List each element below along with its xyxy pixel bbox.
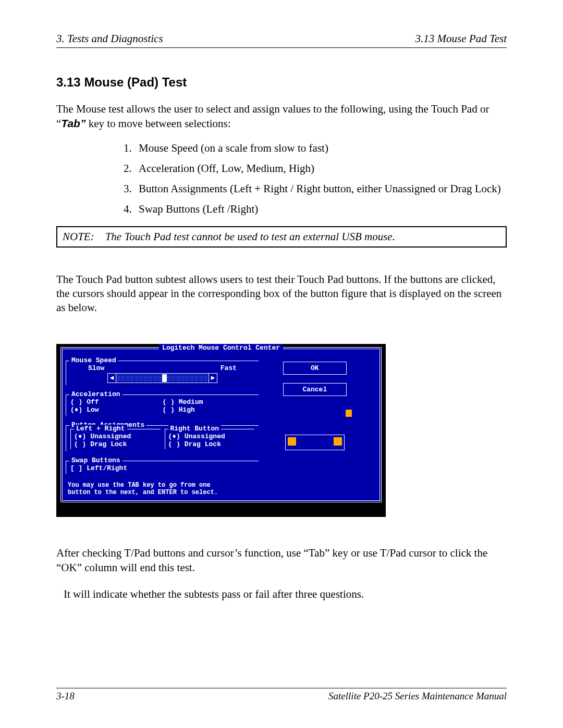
header-left: 3. Tests and Diagnostics: [56, 32, 163, 45]
mouse-right-button-icon[interactable]: [334, 437, 342, 446]
ba-left-draglock[interactable]: ( ) Drag Lock: [74, 440, 157, 448]
swap-checkbox[interactable]: [ ] Left/Right: [70, 464, 254, 472]
ba-left-sub: Left + Right (♦) Unassigned ( ) Drag Loc…: [70, 429, 161, 449]
page-header: 3. Tests and Diagnostics 3.13 Mouse Pad …: [56, 32, 507, 48]
footer-left: 3-18: [56, 690, 75, 702]
fast-label: Fast: [221, 364, 237, 372]
list-item: Mouse Speed (on a scale from slow to fas…: [134, 142, 507, 155]
section-title: 3.13 Mouse (Pad) Test: [56, 75, 507, 90]
mouse-left-button-icon[interactable]: [288, 437, 296, 446]
intro-part2: key to move between selections:: [85, 117, 230, 130]
cancel-button[interactable]: Cancel: [283, 383, 347, 396]
mouse-diagram: [285, 435, 345, 450]
mouse-speed-legend: Mouse Speed: [69, 356, 118, 364]
acceleration-legend: Acceleration: [69, 390, 123, 398]
slider-right-icon[interactable]: ►: [209, 374, 217, 382]
dos-screenshot: Logitech Mouse Control Center Mouse Spee…: [56, 344, 386, 517]
list-item: Button Assignments (Left + Right / Right…: [134, 182, 507, 195]
slow-label: Slow: [88, 364, 104, 372]
hint-text: You may use the TAB key to go from one b…: [68, 482, 256, 496]
footer-right: Satellite P20-25 Series Maintenance Manu…: [328, 690, 507, 702]
ba-right-unassigned[interactable]: (♦) Unassigned: [168, 433, 252, 440]
note-text: The Touch Pad test cannot be used to tes…: [105, 230, 395, 243]
list-item: Acceleration (Off, Low, Medium, High): [134, 162, 507, 175]
paragraph-3: After checking T/Pad buttons and cursor’…: [56, 546, 507, 575]
note-box: NOTE: The Touch Pad test cannot be used …: [56, 226, 507, 248]
slider-left-icon[interactable]: ◄: [108, 374, 117, 382]
list-item: Swap Buttons (Left /Right): [134, 203, 507, 216]
dos-right-column: OK Cancel: [263, 351, 367, 450]
ba-left-legend: Left + Right: [74, 425, 127, 433]
page-footer: 3-18 Satellite P20-25 Series Maintenance…: [56, 688, 507, 702]
intro-paragraph: The Mouse test allows the user to select…: [56, 102, 507, 131]
accel-medium[interactable]: ( ) Medium: [163, 398, 255, 406]
settings-list: Mouse Speed (on a scale from slow to fas…: [134, 142, 507, 216]
speed-slider[interactable]: ◄ ▒▒▒▒▒▒▒▒▒▒█▒▒▒▒▒▒▒▒▒ ►: [107, 373, 218, 383]
ba-left-unassigned[interactable]: (♦) Unassigned: [74, 433, 157, 440]
paragraph-4: It will indicate whether the subtests pa…: [64, 587, 507, 601]
accel-high[interactable]: ( ) High: [163, 406, 255, 414]
ba-right-sub: Right Button (♦) Unassigned ( ) Drag Loc…: [165, 429, 255, 449]
dos-panel: Logitech Mouse Control Center Mouse Spee…: [60, 347, 382, 502]
cursor-indicator-icon: [346, 410, 352, 417]
slider-track[interactable]: ▒▒▒▒▒▒▒▒▒▒█▒▒▒▒▒▒▒▒▒: [116, 374, 208, 382]
dos-title: Logitech Mouse Control Center: [159, 344, 283, 352]
mouse-speed-fieldset: Mouse Speed Slow Fast ◄ ▒▒▒▒▒▒▒▒▒▒█▒▒▒▒▒…: [66, 361, 259, 385]
acceleration-fieldset: Acceleration ( ) Off ( ) Medium (♦) Low …: [66, 394, 259, 416]
ba-right-draglock[interactable]: ( ) Drag Lock: [168, 440, 252, 448]
header-right: 3.13 Mouse Pad Test: [415, 32, 507, 45]
dos-left-column: Mouse Speed Slow Fast ◄ ▒▒▒▒▒▒▒▒▒▒█▒▒▒▒▒…: [66, 351, 259, 497]
ba-right-legend: Right Button: [168, 425, 222, 433]
button-assignments-fieldset: Button Assignments Left + Right (♦) Unas…: [66, 425, 259, 451]
note-label: NOTE:: [63, 230, 94, 243]
accel-low[interactable]: (♦) Low: [70, 406, 163, 414]
paragraph-2: The Touch Pad button subtest allows user…: [56, 273, 507, 315]
document-page: 3. Tests and Diagnostics 3.13 Mouse Pad …: [0, 0, 563, 728]
tab-keyword: Tab”: [61, 117, 85, 129]
swap-buttons-fieldset: Swap Buttons [ ] Left/Right: [66, 461, 259, 474]
ok-button[interactable]: OK: [283, 362, 347, 375]
swap-legend: Swap Buttons: [69, 456, 123, 464]
accel-off[interactable]: ( ) Off: [70, 398, 163, 406]
